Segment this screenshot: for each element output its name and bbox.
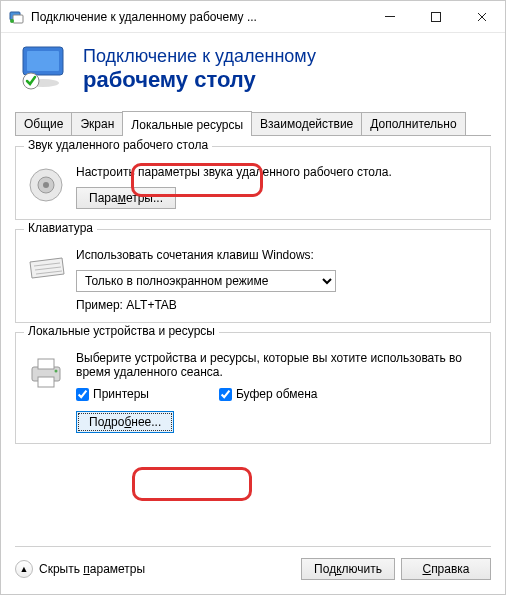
keyboard-example: Пример: ALT+TAB [76,298,480,312]
tab-panel-local-resources: Звук удаленного рабочего стола Настроить… [1,136,505,469]
window-title: Подключение к удаленному рабочему ... [31,10,367,24]
banner: Подключение к удаленному рабочему столу [1,33,505,107]
tab-display[interactable]: Экран [71,112,123,135]
printers-checkbox-input[interactable] [76,388,89,401]
svg-point-11 [43,182,49,188]
keyboard-mode-select[interactable]: Только в полноэкранном режиме [76,270,336,292]
audio-settings-button[interactable]: Параметры... [76,187,176,209]
computer-icon [19,45,73,93]
titlebar: Подключение к удаленному рабочему ... [1,1,505,33]
svg-rect-16 [38,359,54,369]
maximize-button[interactable] [413,2,459,32]
chevron-up-icon: ▲ [15,560,33,578]
rdc-window: Подключение к удаленному рабочему ... [0,0,506,595]
group-title-audio: Звук удаленного рабочего стола [24,138,212,152]
printer-icon [26,351,66,391]
clipboard-checkbox[interactable]: Буфер обмена [219,387,318,401]
group-title-keyboard: Клавиатура [24,221,97,235]
speaker-icon [26,165,66,205]
tab-general[interactable]: Общие [15,112,72,135]
banner-title-line2: рабочему столу [83,67,316,92]
footer-divider [15,546,491,547]
svg-rect-3 [385,16,395,17]
button-label: Подробнее... [89,415,161,429]
clipboard-label: Буфер обмена [236,387,318,401]
local-description: Выберите устройства и ресурсы, которые в… [76,351,480,379]
group-local-devices: Локальные устройства и ресурсы Выберите … [15,332,491,444]
tab-experience[interactable]: Взаимодействие [251,112,362,135]
svg-point-18 [55,370,58,373]
hide-options-label: Скрыть параметры [39,562,145,576]
more-devices-button[interactable]: Подробнее... [76,411,174,433]
footer: ▲ Скрыть параметры Подключить Справка [15,558,491,580]
svg-rect-1 [13,15,23,23]
tab-local-resources[interactable]: Локальные ресурсы [122,111,252,136]
group-keyboard: Клавиатура Использовать сочетания клавиш… [15,229,491,323]
banner-text: Подключение к удаленному рабочему столу [83,46,316,92]
tab-strip: Общие Экран Локальные ресурсы Взаимодейс… [15,111,491,136]
keyboard-icon [26,248,66,288]
clipboard-checkbox-input[interactable] [219,388,232,401]
group-remote-audio: Звук удаленного рабочего стола Настроить… [15,146,491,220]
group-title-local: Локальные устройства и ресурсы [24,324,219,338]
svg-point-2 [10,19,14,23]
keyboard-description: Использовать сочетания клавиш Windows: [76,248,480,262]
tab-advanced[interactable]: Дополнительно [361,112,465,135]
help-button[interactable]: Справка [401,558,491,580]
app-icon [9,9,25,25]
button-label: Подключить [314,562,382,576]
close-button[interactable] [459,2,505,32]
banner-title-line1: Подключение к удаленному [83,46,316,67]
svg-rect-17 [38,377,54,387]
window-controls [367,2,505,32]
printers-label: Принтеры [93,387,149,401]
button-label: Справка [422,562,469,576]
printers-checkbox[interactable]: Принтеры [76,387,149,401]
svg-rect-4 [432,12,441,21]
audio-description: Настроить параметры звука удаленного раб… [76,165,480,179]
button-label: Параметры... [89,191,163,205]
connect-button[interactable]: Подключить [301,558,395,580]
svg-rect-6 [27,51,59,71]
minimize-button[interactable] [367,2,413,32]
annotation-highlight [132,467,252,501]
hide-options-toggle[interactable]: ▲ Скрыть параметры [15,560,145,578]
